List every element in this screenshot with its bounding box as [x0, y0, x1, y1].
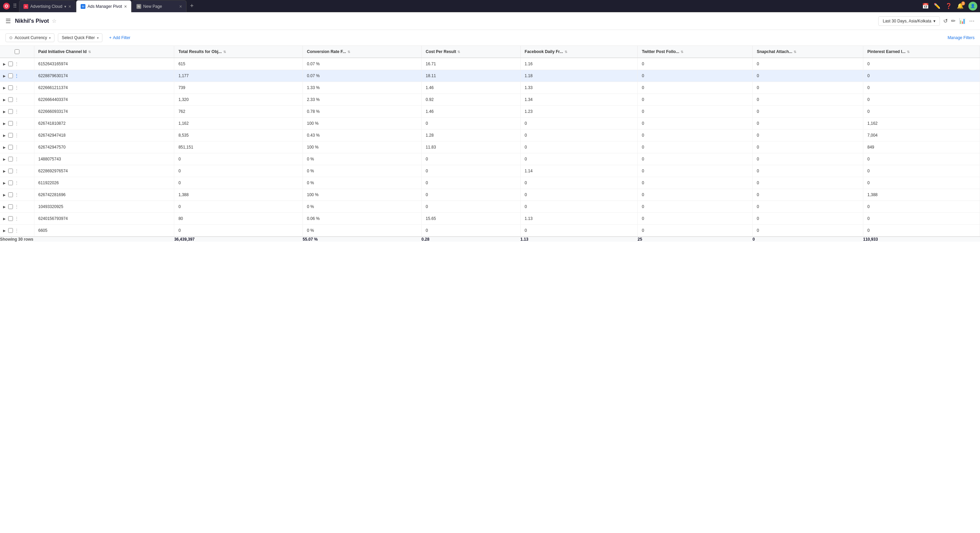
- row-cost-per-result-3: 0.92: [422, 94, 520, 106]
- row-checkbox-8[interactable]: [8, 157, 13, 162]
- row-twitter-post-8: 0: [638, 153, 753, 165]
- new-tab-button[interactable]: +: [187, 2, 197, 11]
- row-expand-btn-7[interactable]: ▶: [2, 146, 7, 149]
- table-row: ▶ ⋮ 626742947570 851,151 100 % 11.83 0 0…: [0, 141, 980, 153]
- row-checkbox-7[interactable]: [8, 145, 13, 149]
- row-total-results-3: 1,320: [174, 94, 303, 106]
- row-conversion-rate-2: 1.33 %: [303, 82, 422, 94]
- tab-ads-manager-pivot[interactable]: M Ads Manager Pivot ×: [76, 0, 131, 12]
- header-checkbox[interactable]: [14, 49, 19, 54]
- tab-advertising-cloud[interactable]: A Advertising Cloud ▾ ×: [19, 0, 76, 12]
- row-checkbox-10[interactable]: [8, 181, 13, 185]
- row-checkbox-13[interactable]: [8, 216, 13, 221]
- row-menu-12[interactable]: ⋮: [14, 204, 19, 209]
- row-menu-10[interactable]: ⋮: [14, 180, 19, 186]
- row-menu-7[interactable]: ⋮: [14, 144, 19, 150]
- row-menu-13[interactable]: ⋮: [14, 216, 19, 221]
- row-expand-btn-8[interactable]: ▶: [2, 157, 7, 161]
- th-pinterest-earned[interactable]: Pinterest Earned I... ⇅: [863, 46, 980, 58]
- row-checkbox-9[interactable]: [8, 168, 13, 173]
- row-menu-2[interactable]: ⋮: [14, 85, 19, 90]
- calendar-icon[interactable]: 📅: [922, 3, 929, 9]
- th-facebook-daily[interactable]: Facebook Daily Fr... ⇅: [520, 46, 637, 58]
- row-menu-1[interactable]: ⋮: [14, 73, 19, 79]
- app-grid-icon[interactable]: ⠿: [13, 0, 17, 12]
- row-menu-6[interactable]: ⋮: [14, 133, 19, 138]
- row-menu-0[interactable]: ⋮: [14, 61, 19, 67]
- edit-icon-tabbar[interactable]: ✏️: [934, 3, 940, 9]
- table-row: ▶ ⋮ 10493320925 0 0 % 0 0 0 0 0: [0, 201, 980, 213]
- row-expand-btn-13[interactable]: ▶: [2, 217, 7, 220]
- row-expand-btn-3[interactable]: ▶: [2, 98, 7, 102]
- row-channel-id-9: 6228692976574: [34, 165, 174, 177]
- favorite-star-icon[interactable]: ☆: [52, 17, 56, 24]
- row-snapchat-attach-4: 0: [753, 106, 863, 117]
- row-total-results-10: 0: [174, 177, 303, 189]
- edit-icon-topbar[interactable]: ✏: [951, 17, 956, 24]
- row-cost-per-result-4: 1.46: [422, 106, 520, 117]
- row-checkbox-4[interactable]: [8, 109, 13, 114]
- tab-dropdown-advertising-cloud[interactable]: ▾: [64, 5, 66, 9]
- row-checkbox-6[interactable]: [8, 133, 13, 138]
- date-range-button[interactable]: Last 30 Days, Asia/Kolkata ▾: [878, 16, 940, 26]
- row-checkbox-12[interactable]: [8, 204, 13, 209]
- th-twitter-post-sort-icon: ⇅: [681, 50, 683, 54]
- row-controls-cell-12: ▶ ⋮: [0, 201, 34, 213]
- row-expand-btn-12[interactable]: ▶: [2, 205, 7, 209]
- refresh-icon[interactable]: ↺: [943, 17, 948, 24]
- th-total-results[interactable]: Total Results for Obj... ⇅: [174, 46, 303, 58]
- row-menu-5[interactable]: ⋮: [14, 121, 19, 126]
- row-menu-4[interactable]: ⋮: [14, 109, 19, 114]
- row-menu-14[interactable]: ⋮: [14, 228, 19, 233]
- row-expand-btn-0[interactable]: ▶: [2, 62, 7, 66]
- row-expand-btn-10[interactable]: ▶: [2, 181, 7, 185]
- more-icon[interactable]: ⋯: [969, 17, 975, 24]
- th-facebook-daily-label: Facebook Daily Fr...: [525, 49, 563, 54]
- chart-icon[interactable]: 📊: [959, 17, 966, 24]
- tab-close-advertising-cloud[interactable]: ×: [68, 4, 71, 9]
- table-row: ▶ ⋮ 6228879630174 1,177 0.07 % 18.11 1.1…: [0, 70, 980, 82]
- row-expand-btn-1[interactable]: ▶: [2, 74, 7, 78]
- row-total-results-1: 1,177: [174, 70, 303, 82]
- row-checkbox-14[interactable]: [8, 228, 13, 233]
- account-currency-filter[interactable]: ⊙ Account Currency ▾: [5, 33, 54, 42]
- hamburger-menu[interactable]: ☰: [5, 17, 11, 25]
- row-checkbox-1[interactable]: [8, 73, 13, 78]
- th-conversion-rate[interactable]: Conversion Rate F... ⇅: [303, 46, 422, 58]
- row-expand-btn-4[interactable]: ▶: [2, 110, 7, 114]
- row-expand-btn-5[interactable]: ▶: [2, 122, 7, 125]
- help-icon[interactable]: ❓: [945, 3, 952, 9]
- row-expand-btn-14[interactable]: ▶: [2, 229, 7, 233]
- row-expand-btn-11[interactable]: ▶: [2, 193, 7, 197]
- table-row: ▶ ⋮ 626742947418 8,535 0.43 % 1.28 0 0 0…: [0, 130, 980, 141]
- th-twitter-post[interactable]: Twitter Post Follo... ⇅: [638, 46, 753, 58]
- th-total-results-label: Total Results for Obj...: [178, 49, 221, 54]
- th-paid-initiative[interactable]: Paid Initiative Channel Id ⇅: [34, 46, 174, 58]
- th-cost-per-result[interactable]: Cost Per Result ⇅: [422, 46, 520, 58]
- th-snapchat-attach[interactable]: Snapchat Attach... ⇅: [753, 46, 863, 58]
- user-avatar[interactable]: 👤: [969, 2, 977, 11]
- tab-new-page[interactable]: N New Page ×: [132, 0, 186, 12]
- row-checkbox-2[interactable]: [8, 85, 13, 90]
- row-menu-3[interactable]: ⋮: [14, 97, 19, 102]
- row-expand-btn-9[interactable]: ▶: [2, 169, 7, 173]
- row-channel-id-2: 6226661211374: [34, 82, 174, 94]
- row-expand-btn-2[interactable]: ▶: [2, 86, 7, 90]
- add-filter-button[interactable]: + Add Filter: [106, 34, 134, 42]
- manage-filters-link[interactable]: Manage Filters: [948, 35, 975, 40]
- tab-close-new-page[interactable]: ×: [179, 4, 182, 9]
- tab-close-ads-manager[interactable]: ×: [124, 4, 127, 9]
- row-checkbox-5[interactable]: [8, 121, 13, 126]
- quick-filter-select[interactable]: Select Quick Filter ▾: [58, 33, 102, 42]
- row-checkbox-0[interactable]: [8, 62, 13, 66]
- row-checkbox-11[interactable]: [8, 192, 13, 197]
- bell-icon[interactable]: 🔔2: [957, 3, 964, 9]
- table-row: ▶ ⋮ 626741810872 1,162 100 % 0 0 0 0 1,1…: [0, 117, 980, 130]
- row-menu-11[interactable]: ⋮: [14, 192, 19, 197]
- row-snapchat-attach-5: 0: [753, 117, 863, 130]
- row-checkbox-3[interactable]: [8, 97, 13, 102]
- row-expand-btn-6[interactable]: ▶: [2, 133, 7, 137]
- row-menu-9[interactable]: ⋮: [14, 168, 19, 174]
- app-logo[interactable]: [3, 0, 10, 12]
- row-menu-8[interactable]: ⋮: [14, 156, 19, 162]
